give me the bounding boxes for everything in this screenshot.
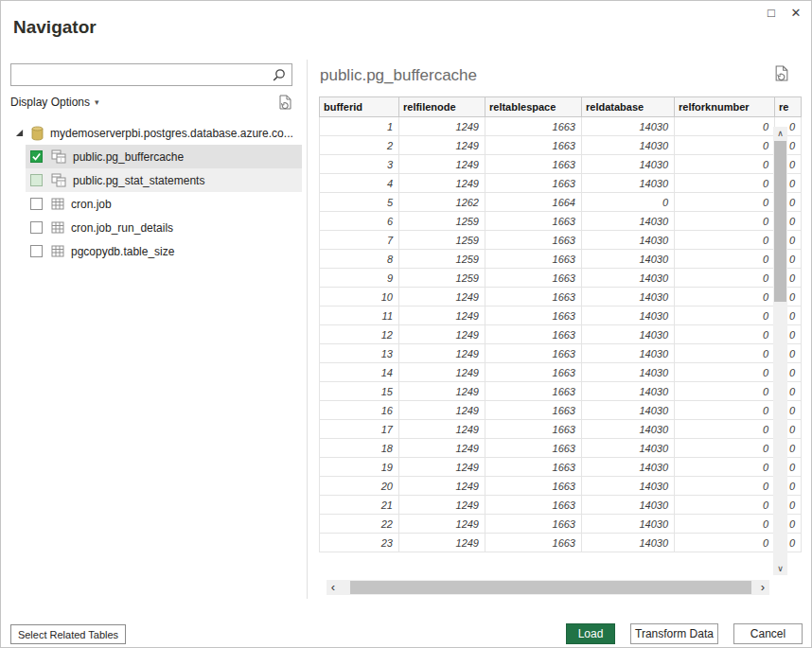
preview-table-body: 1124916631403000212491663140300031249166… — [320, 117, 802, 552]
table-cell: 1663 — [485, 174, 582, 193]
scroll-down-icon[interactable]: ∨ — [773, 562, 787, 575]
table-cell: 19 — [320, 458, 399, 477]
checkbox[interactable] — [30, 198, 43, 210]
table-cell: 0 — [675, 515, 775, 534]
search-input[interactable] — [11, 64, 267, 85]
table-cell: 1664 — [485, 193, 582, 212]
transform-data-button[interactable]: Transform Data — [630, 623, 718, 644]
tree-item-public.pg_buffercache[interactable]: public.pg_buffercache — [26, 145, 302, 168]
table-cell: 0 — [675, 212, 775, 231]
table-cell: 1663 — [485, 496, 582, 515]
table-cell: 1663 — [485, 534, 582, 552]
tree-item-label: pgcopydb.table_size — [71, 245, 174, 258]
tree-item-public.pg_stat_statements[interactable]: public.pg_stat_statements — [26, 168, 302, 192]
checkbox[interactable] — [30, 150, 43, 163]
display-options-bar: Display Options ▾ — [10, 93, 292, 112]
table-cell: 14030 — [582, 477, 675, 496]
vertical-scroll-thumb[interactable] — [774, 141, 786, 302]
table-cell: 1249 — [399, 306, 485, 325]
column-header-re: re — [775, 97, 802, 117]
table-cell: 1249 — [399, 458, 485, 477]
table-row: 10124916631403000 — [320, 288, 802, 306]
navigation-tree: mydemoserverpbi.postgres.database.azure.… — [10, 121, 302, 263]
vertical-scrollbar[interactable]: ∧ ∨ — [773, 127, 787, 575]
load-button[interactable]: Load — [566, 623, 615, 644]
table-cell: 1262 — [399, 193, 485, 212]
table-icon — [51, 221, 64, 234]
table-cell: 1663 — [485, 288, 582, 306]
table-cell: 14030 — [582, 344, 675, 363]
table-cell: 1663 — [485, 269, 582, 288]
table-cell: 14030 — [582, 269, 675, 288]
table-cell: 1663 — [485, 231, 582, 250]
table-cell: 18 — [320, 439, 399, 458]
scroll-left-icon[interactable]: ‹ — [327, 580, 340, 595]
expand-arrow-icon[interactable] — [10, 129, 27, 137]
table-cell: 14030 — [582, 363, 675, 382]
column-header-reltablespace: reltablespace — [485, 97, 582, 117]
table-cell: 13 — [320, 344, 399, 363]
preview-refresh-icon[interactable] — [774, 65, 789, 81]
scroll-up-icon[interactable]: ∧ — [773, 127, 787, 140]
table-cell: 14030 — [582, 382, 675, 401]
table-cell: 1663 — [485, 212, 582, 231]
table-cell: 1663 — [485, 250, 582, 269]
table-icon — [51, 245, 64, 257]
tree-items: public.pg_buffercachepublic.pg_stat_stat… — [10, 145, 302, 263]
table-cell: 0 — [675, 344, 775, 363]
table-cell: 14030 — [582, 534, 675, 552]
table-cell: 14030 — [582, 325, 675, 344]
tree-item-pgcopydb.table_size[interactable]: pgcopydb.table_size — [26, 239, 302, 263]
column-header-reldatabase: reldatabase — [582, 97, 675, 117]
table-cell: 0 — [582, 193, 675, 212]
chevron-down-icon: ▾ — [95, 97, 99, 107]
table-cell: 1249 — [399, 136, 485, 155]
view-icon — [51, 149, 66, 164]
checkbox[interactable] — [30, 245, 43, 257]
table-cell: 1249 — [399, 363, 485, 382]
scroll-right-icon[interactable]: › — [756, 580, 769, 595]
table-cell: 1259 — [399, 212, 485, 231]
table-cell: 1249 — [399, 117, 485, 136]
table-cell: 14030 — [582, 420, 675, 439]
table-cell: 23 — [320, 534, 399, 552]
cancel-button[interactable]: Cancel — [733, 623, 803, 644]
tree-item-cron.job[interactable]: cron.job — [26, 192, 302, 216]
table-cell: 5 — [320, 193, 399, 212]
table-cell: 14030 — [582, 212, 675, 231]
table-cell: 1663 — [485, 515, 582, 534]
search-icon[interactable] — [267, 68, 291, 81]
checkbox[interactable] — [30, 221, 43, 234]
preview-header-row: bufferidrelfilenodereltablespacereldatab… — [320, 97, 802, 117]
table-cell: 0 — [675, 458, 775, 477]
table-row: 22124916631403000 — [320, 515, 802, 534]
horizontal-scroll-thumb[interactable] — [350, 581, 751, 594]
table-icon — [51, 198, 64, 210]
checkbox[interactable] — [30, 174, 43, 186]
table-cell: 1663 — [485, 155, 582, 174]
table-row: 16124916631403000 — [320, 401, 802, 420]
table-cell: 1663 — [485, 136, 582, 155]
table-row: 3124916631403000 — [320, 155, 802, 174]
table-cell: 14030 — [582, 117, 675, 136]
table-cell: 14030 — [582, 401, 675, 420]
table-row: 8125916631403000 — [320, 250, 802, 269]
database-icon — [27, 126, 46, 141]
table-row: 1124916631403000 — [320, 117, 802, 136]
table-cell: 1663 — [485, 420, 582, 439]
table-cell: 21 — [320, 496, 399, 515]
select-related-tables-button[interactable]: Select Related Tables — [10, 624, 126, 644]
refresh-icon[interactable] — [278, 95, 292, 110]
server-label: mydemoserverpbi.postgres.database.azure.… — [50, 127, 293, 140]
tree-server-row[interactable]: mydemoserverpbi.postgres.database.azure.… — [10, 121, 302, 145]
table-cell: 1249 — [399, 155, 485, 174]
table-cell: 0 — [675, 363, 775, 382]
tree-item-cron.job_run_details[interactable]: cron.job_run_details — [26, 216, 302, 239]
table-cell: 0 — [675, 288, 775, 306]
horizontal-scrollbar[interactable]: ‹ › — [327, 580, 769, 595]
table-cell: 0 — [675, 117, 775, 136]
table-cell: 14030 — [582, 174, 675, 193]
table-cell: 14030 — [582, 136, 675, 155]
table-cell: 0 — [675, 155, 775, 174]
display-options-dropdown[interactable]: Display Options ▾ — [10, 96, 99, 109]
